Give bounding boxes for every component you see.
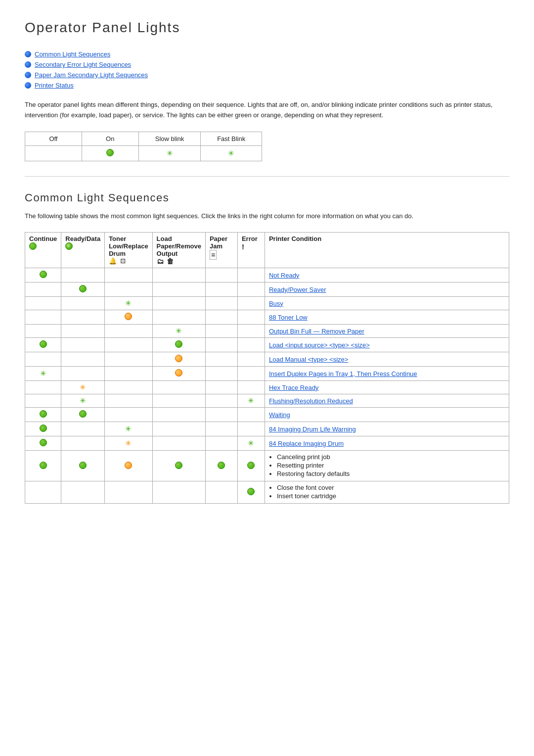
table-header-row: Continue Ready/Data TonerLow/ReplaceDrum… bbox=[25, 233, 509, 268]
th-toner: TonerLow/ReplaceDrum 🔔 ⊡ bbox=[105, 233, 152, 268]
th-continue: Continue bbox=[25, 233, 61, 268]
cell-condition: Not Ready bbox=[265, 268, 509, 283]
toc-link-2[interactable]: Secondary Error Light Sequences bbox=[35, 61, 131, 68]
cell-ready bbox=[61, 451, 105, 481]
cell-paperjam bbox=[205, 408, 237, 422]
cell-paperjam bbox=[205, 283, 237, 297]
cell-ready bbox=[61, 422, 105, 436]
table-row: Waiting bbox=[25, 408, 509, 422]
toc-bullet-4 bbox=[25, 82, 31, 89]
error-header-icon: ! bbox=[242, 242, 244, 251]
cell-continue bbox=[25, 451, 61, 481]
table-row: ✳✳84 Replace Imaging Drum bbox=[25, 436, 509, 451]
condition-link[interactable]: 84 Imaging Drum Life Warning bbox=[269, 425, 356, 433]
cell-continue bbox=[25, 325, 61, 338]
cell-paperjam bbox=[205, 422, 237, 436]
cell-ready bbox=[61, 338, 105, 352]
cell-error bbox=[237, 310, 265, 325]
cell-ready: ✳ bbox=[61, 381, 105, 394]
light-on-green bbox=[247, 488, 255, 495]
cell-error: ✳ bbox=[237, 394, 265, 408]
toc-link-3[interactable]: Paper Jam Secondary Light Sequences bbox=[35, 71, 148, 79]
cell-condition: Load <input source> <type> <size> bbox=[265, 338, 509, 352]
cell-ready bbox=[61, 436, 105, 451]
cell-error bbox=[237, 297, 265, 310]
condition-link[interactable]: Waiting bbox=[269, 411, 290, 419]
light-on-orange bbox=[175, 355, 182, 362]
cell-toner: ✳ bbox=[105, 297, 152, 310]
cell-paperjam bbox=[205, 367, 237, 381]
light-on-orange bbox=[125, 462, 132, 469]
light-blink-green: ✳ bbox=[248, 396, 254, 405]
cell-condition: Hex Trace Ready bbox=[265, 381, 509, 394]
toc-link-4[interactable]: Printer Status bbox=[35, 82, 74, 89]
cell-condition: Output Bin Full — Remove Paper bbox=[265, 325, 509, 338]
main-table: Continue Ready/Data TonerLow/ReplaceDrum… bbox=[25, 232, 509, 504]
condition-list-item: Canceling print job bbox=[277, 453, 505, 461]
condition-link[interactable]: Ready/Power Saver bbox=[269, 286, 326, 293]
cell-paperjam bbox=[205, 352, 237, 367]
cell-toner bbox=[105, 352, 152, 367]
cell-error bbox=[237, 367, 265, 381]
light-on-orange bbox=[125, 313, 132, 320]
condition-link[interactable]: Busy bbox=[269, 300, 283, 307]
legend-header-off: Off bbox=[25, 132, 82, 145]
light-blink-green: ✳ bbox=[248, 439, 254, 447]
legend-header-slow: Slow blink bbox=[138, 132, 201, 145]
load-header-icons: 🗂 🗑 bbox=[157, 258, 174, 265]
cell-continue bbox=[25, 394, 61, 408]
light-on-green bbox=[79, 410, 87, 418]
cell-load bbox=[152, 408, 205, 422]
condition-link[interactable]: Hex Trace Ready bbox=[269, 384, 318, 391]
light-on-green bbox=[79, 462, 87, 469]
fast-blink-icon: ✳ bbox=[228, 149, 234, 157]
condition-link[interactable]: Flushing/Resolution Reduced bbox=[269, 397, 353, 405]
cell-toner bbox=[105, 268, 152, 283]
condition-link[interactable]: Insert Duplex Pages in Tray 1, Then Pres… bbox=[269, 370, 417, 378]
light-on-orange bbox=[175, 369, 182, 377]
cell-load bbox=[152, 283, 205, 297]
table-row: Close the font coverInsert toner cartrid… bbox=[25, 481, 509, 504]
cell-paperjam bbox=[205, 268, 237, 283]
cell-error bbox=[237, 325, 265, 338]
ready-header-icon bbox=[65, 244, 73, 251]
table-row: Ready/Power Saver bbox=[25, 283, 509, 297]
paperjam-header-icon: ≡ bbox=[210, 251, 217, 259]
condition-link[interactable]: Output Bin Full — Remove Paper bbox=[269, 328, 364, 335]
cell-continue bbox=[25, 481, 61, 504]
toc-link-1[interactable]: Common Light Sequences bbox=[35, 50, 110, 58]
legend-header-fast: Fast Blink bbox=[201, 132, 262, 145]
cell-ready bbox=[61, 325, 105, 338]
condition-list: Close the font coverInsert toner cartrid… bbox=[269, 484, 505, 500]
on-icon bbox=[106, 149, 114, 156]
table-row: ✳Hex Trace Ready bbox=[25, 381, 509, 394]
continue-icon bbox=[29, 242, 37, 250]
cell-toner bbox=[105, 283, 152, 297]
toc-item-3: Paper Jam Secondary Light Sequences bbox=[25, 71, 509, 79]
legend-off-cell bbox=[25, 145, 82, 161]
cell-condition: Flushing/Resolution Reduced bbox=[265, 394, 509, 408]
cell-condition: Load Manual <type> <size> bbox=[265, 352, 509, 367]
cell-error bbox=[237, 381, 265, 394]
cell-ready bbox=[61, 352, 105, 367]
toc-item-1: Common Light Sequences bbox=[25, 50, 509, 58]
condition-link[interactable]: Load <input source> <type> <size> bbox=[269, 341, 370, 349]
common-intro: The following table shows the most commo… bbox=[25, 211, 509, 222]
light-on-green bbox=[175, 340, 182, 348]
light-on-green bbox=[40, 462, 47, 469]
toc-item-2: Secondary Error Light Sequences bbox=[25, 61, 509, 68]
cell-error: ✳ bbox=[237, 436, 265, 451]
toc-bullet-1 bbox=[25, 51, 31, 57]
cell-paperjam bbox=[205, 325, 237, 338]
cell-continue bbox=[25, 283, 61, 297]
legend-icon-row: ✳ ✳ bbox=[25, 145, 262, 161]
condition-link[interactable]: Load Manual <type> <size> bbox=[269, 356, 348, 363]
slow-blink-icon: ✳ bbox=[167, 149, 173, 157]
condition-link[interactable]: 88 Toner Low bbox=[269, 314, 308, 321]
cell-toner bbox=[105, 367, 152, 381]
condition-link[interactable]: Not Ready bbox=[269, 272, 299, 279]
cell-load: ✳ bbox=[152, 325, 205, 338]
condition-link[interactable]: 84 Replace Imaging Drum bbox=[269, 440, 344, 447]
cell-paperjam bbox=[205, 394, 237, 408]
cell-toner bbox=[105, 451, 152, 481]
